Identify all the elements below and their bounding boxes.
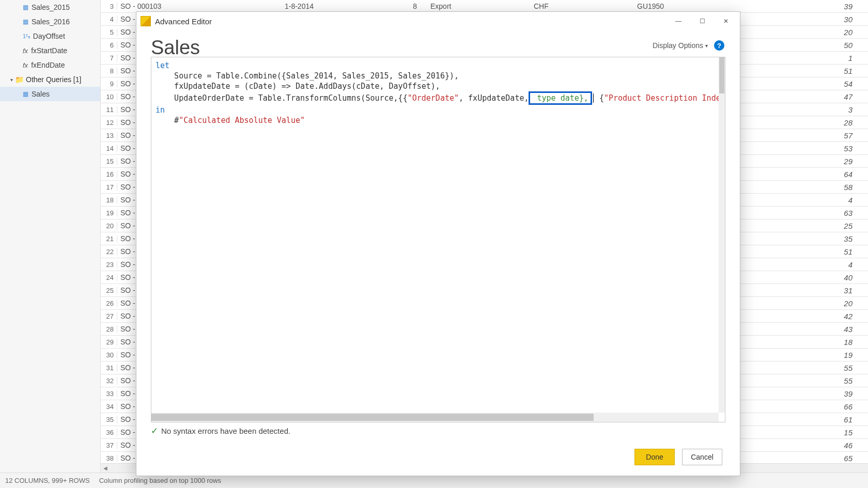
row-index: 34 [101, 403, 117, 411]
row-index: 14 [101, 145, 117, 152]
cell-gu: GU1950 [634, 2, 737, 10]
query-item-label: Sales_2015 [32, 3, 70, 11]
window-title: Advanced Editor [155, 17, 212, 26]
code-line: Source = Table.Combine({Sales_2014, Sale… [156, 71, 459, 81]
row-index: 24 [101, 274, 117, 281]
queries-group-other[interactable]: ▾ 📁 Other Queries [1] [0, 72, 100, 87]
close-button[interactable]: ✕ [714, 13, 738, 29]
query-item[interactable]: ▦Sales_2016 [0, 14, 100, 29]
titlebar[interactable]: Advanced Editor — ☐ ✕ [136, 12, 740, 30]
row-index: 8 [101, 67, 117, 75]
queries-group-label: Other Queries [1] [26, 75, 81, 84]
code-seg: { [595, 93, 604, 103]
syntax-status-text: No syntax errors have been detected. [161, 427, 290, 435]
folder-icon: 📁 [15, 75, 24, 84]
text-cursor [593, 93, 594, 103]
row-index: 38 [101, 454, 117, 462]
cell-last: 39 [737, 2, 868, 11]
row-index: 23 [101, 261, 117, 269]
row-index: 12 [101, 119, 117, 127]
row-index: 20 [101, 222, 117, 230]
cancel-button-label: Cancel [691, 453, 714, 461]
row-index: 13 [101, 132, 117, 139]
code-content[interactable]: let Source = Table.Combine({Sales_2014, … [151, 57, 725, 129]
row-index: 37 [101, 442, 117, 449]
highlighted-segment: type date}, [529, 91, 592, 105]
query-item[interactable]: 1²₃DayOffset [0, 29, 100, 43]
row-index: 32 [101, 377, 117, 385]
row-index: 29 [101, 338, 117, 346]
row-index: 28 [101, 325, 117, 333]
row-index: 22 [101, 248, 117, 256]
row-index: 6 [101, 41, 117, 49]
query-item-label: fxEndDate [31, 61, 65, 69]
queries-panel: ▦Sales_2015▦Sales_20161²₃DayOffsetfxfxSt… [0, 0, 101, 488]
minimize-button[interactable]: — [667, 13, 690, 29]
row-index: 27 [101, 312, 117, 320]
fx-icon: fx [23, 61, 28, 69]
row-index: 17 [101, 183, 117, 191]
scrollbar-thumb[interactable] [719, 57, 724, 93]
table-icon: ▦ [23, 18, 28, 25]
row-index: 35 [101, 416, 117, 423]
number-icon: 1²₃ [23, 33, 30, 40]
table-icon: ▦ [23, 4, 28, 11]
code-line: fxUpdateDate = (cDate) => Date.AddDays(c… [156, 82, 440, 91]
scrollbar-thumb[interactable] [151, 414, 594, 421]
caret-down-icon: ▾ [705, 43, 708, 49]
row-index: 26 [101, 300, 117, 307]
cell-export: Export [427, 2, 531, 10]
cell-so: SO - 000103 [117, 2, 221, 10]
query-item[interactable]: fxfxEndDate [0, 58, 100, 72]
help-icon[interactable]: ? [714, 40, 724, 51]
table-icon: ▦ [23, 90, 28, 98]
code-editor[interactable]: let Source = Table.Combine({Sales_2014, … [151, 57, 725, 422]
row-index: 5 [101, 28, 117, 36]
editor-vertical-scrollbar[interactable] [719, 57, 725, 413]
code-seg: , fxUpdateDate, [459, 93, 529, 103]
query-item-label: DayOffset [33, 32, 65, 40]
maximize-button[interactable]: ☐ [690, 13, 714, 29]
status-profiling: Column profiling based on top 1000 rows [99, 477, 221, 484]
query-item-label: Sales [32, 90, 50, 98]
display-options-label: Display Options [653, 41, 703, 50]
kw-in: in [156, 105, 165, 115]
powerbi-icon [141, 16, 151, 26]
query-item[interactable]: fxfxStartDate [0, 43, 100, 58]
query-item-sales[interactable]: ▦ Sales [0, 87, 100, 101]
code-string: "Product Description Index" [604, 93, 725, 103]
code-string: "OrderDate" [408, 93, 459, 103]
row-index: 4 [101, 15, 117, 23]
status-columns: 12 COLUMNS, 999+ ROWS [5, 477, 90, 484]
row-index: 33 [101, 390, 117, 398]
row-index: 10 [101, 93, 117, 101]
query-item-label: fxStartDate [31, 46, 67, 55]
collapse-triangle-icon: ▾ [10, 77, 13, 83]
cell-num: 8 [324, 2, 427, 10]
query-item-label: Sales_2016 [32, 18, 70, 26]
query-item[interactable]: ▦Sales_2015 [0, 0, 100, 14]
row-index: 9 [101, 80, 117, 88]
row-index: 36 [101, 429, 117, 436]
done-button[interactable]: Done [634, 449, 675, 465]
check-icon: ✓ [151, 426, 158, 436]
cell-chf: CHF [531, 2, 634, 10]
code-string: "Calculated Absolute Value" [179, 116, 305, 125]
kw-let: let [156, 61, 169, 70]
fx-icon: fx [23, 47, 28, 55]
row-index: 3 [101, 3, 117, 10]
syntax-status: ✓ No syntax errors have been detected. [151, 426, 725, 436]
scroll-left-icon[interactable]: ◀ [101, 465, 110, 471]
row-index: 30 [101, 351, 117, 359]
row-index: 11 [101, 106, 117, 114]
code-seg: UpdateOrderDate = Table.TransformColumns… [156, 93, 408, 103]
row-index: 19 [101, 209, 117, 217]
row-index: 18 [101, 196, 117, 204]
cancel-button[interactable]: Cancel [682, 449, 722, 465]
cell-date: 1-8-2014 [221, 2, 324, 10]
row-index: 25 [101, 287, 117, 294]
row-index: 15 [101, 158, 117, 165]
advanced-editor-window: Advanced Editor — ☐ ✕ Sales Display Opti… [136, 11, 740, 476]
editor-horizontal-scrollbar[interactable] [151, 413, 719, 422]
display-options-dropdown[interactable]: Display Options ▾ [653, 41, 708, 50]
